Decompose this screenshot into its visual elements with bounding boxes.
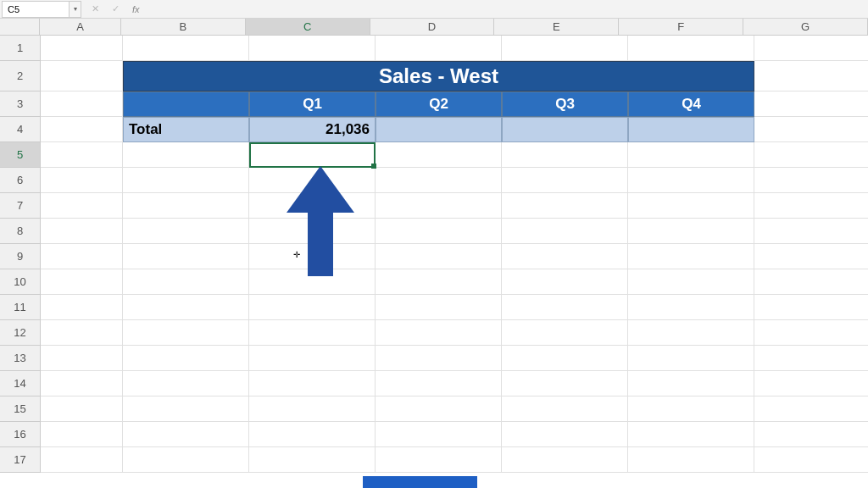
cell-A14[interactable] — [41, 371, 123, 396]
row-header-10[interactable]: 10 — [0, 269, 41, 295]
total-q3-value[interactable] — [502, 117, 628, 142]
col-header-D[interactable]: D — [370, 19, 495, 36]
cell-B8[interactable] — [123, 219, 249, 244]
cell-A9[interactable] — [41, 244, 123, 269]
cell-D17[interactable] — [376, 447, 502, 473]
cell-C7[interactable] — [249, 193, 376, 219]
cell-A1[interactable] — [41, 36, 123, 61]
cell-G4[interactable] — [754, 117, 868, 142]
cell-B5[interactable] — [123, 142, 249, 168]
cell-E9[interactable] — [502, 244, 628, 269]
total-label[interactable]: Total — [123, 117, 249, 142]
row-header-17[interactable]: 17 — [0, 447, 41, 473]
cell-G3[interactable] — [754, 92, 868, 117]
cell-A17[interactable] — [41, 447, 123, 473]
col-header-B[interactable]: B — [121, 19, 246, 36]
cell-E10[interactable] — [502, 269, 628, 295]
cell-C9[interactable] — [249, 244, 376, 269]
cell-F7[interactable] — [628, 193, 754, 219]
row-header-11[interactable]: 11 — [0, 295, 41, 320]
row-header-8[interactable]: 8 — [0, 219, 41, 244]
row-header-4[interactable]: 4 — [0, 117, 41, 142]
cell-G13[interactable] — [754, 346, 868, 371]
cell-G15[interactable] — [754, 396, 868, 422]
cell-F5[interactable] — [628, 142, 754, 168]
cell-F6[interactable] — [628, 168, 754, 193]
cell-E16[interactable] — [502, 422, 628, 447]
total-q4-value[interactable] — [628, 117, 754, 142]
cell-A4[interactable] — [41, 117, 123, 142]
cell-D5[interactable] — [376, 142, 502, 168]
cell-D9[interactable] — [376, 244, 502, 269]
cell-D11[interactable] — [376, 295, 502, 320]
cell-A11[interactable] — [41, 295, 123, 320]
cell-D16[interactable] — [376, 422, 502, 447]
row-header-2[interactable]: 2 — [0, 61, 41, 92]
cell-F11[interactable] — [628, 295, 754, 320]
col-header-A[interactable]: A — [40, 19, 121, 36]
cell-E17[interactable] — [502, 447, 628, 473]
cell-C11[interactable] — [249, 295, 376, 320]
cell-F1[interactable] — [628, 36, 754, 61]
col-header-C[interactable]: C — [246, 19, 370, 36]
cell-G7[interactable] — [754, 193, 868, 219]
cell-C8[interactable] — [249, 219, 376, 244]
cell-A16[interactable] — [41, 422, 123, 447]
cell-B17[interactable] — [123, 447, 249, 473]
cell-C1[interactable] — [249, 36, 376, 61]
cell-G12[interactable] — [754, 320, 868, 346]
cell-C6[interactable] — [249, 168, 376, 193]
cancel-formula-icon[interactable]: ✕ — [88, 3, 102, 14]
cell-G6[interactable] — [754, 168, 868, 193]
cell-B1[interactable] — [123, 36, 249, 61]
total-q2-value[interactable] — [376, 117, 502, 142]
cell-E1[interactable] — [502, 36, 628, 61]
enter-formula-icon[interactable]: ✓ — [108, 3, 122, 14]
cell-B7[interactable] — [123, 193, 249, 219]
col-header-G[interactable]: G — [743, 19, 868, 36]
row-header-15[interactable]: 15 — [0, 396, 41, 422]
cell-C15[interactable] — [249, 396, 376, 422]
q2-header[interactable]: Q2 — [376, 92, 502, 117]
cell-F17[interactable] — [628, 447, 754, 473]
cell-F16[interactable] — [628, 422, 754, 447]
cell-A10[interactable] — [41, 269, 123, 295]
cell-G8[interactable] — [754, 219, 868, 244]
row-header-3[interactable]: 3 — [0, 92, 41, 117]
cell-G5[interactable] — [754, 142, 868, 168]
cell-G14[interactable] — [754, 371, 868, 396]
cell-F9[interactable] — [628, 244, 754, 269]
cell-F10[interactable] — [628, 269, 754, 295]
q1-header[interactable]: Q1 — [249, 92, 376, 117]
cell-G10[interactable] — [754, 269, 868, 295]
cell-E15[interactable] — [502, 396, 628, 422]
fx-icon[interactable]: fx — [132, 4, 140, 14]
cell-D10[interactable] — [376, 269, 502, 295]
cell-B3[interactable] — [123, 92, 249, 117]
cell-G11[interactable] — [754, 295, 868, 320]
cell-G17[interactable] — [754, 447, 868, 473]
q4-header[interactable]: Q4 — [628, 92, 754, 117]
cell-E14[interactable] — [502, 371, 628, 396]
cell-E13[interactable] — [502, 346, 628, 371]
cell-C17[interactable] — [249, 447, 376, 473]
cell-B16[interactable] — [123, 422, 249, 447]
cell-G9[interactable] — [754, 244, 868, 269]
row-header-7[interactable]: 7 — [0, 193, 41, 219]
cell-C16[interactable] — [249, 422, 376, 447]
row-header-9[interactable]: 9 — [0, 244, 41, 269]
cell-D6[interactable] — [376, 168, 502, 193]
cell-F12[interactable] — [628, 320, 754, 346]
cell-A6[interactable] — [41, 168, 123, 193]
col-header-E[interactable]: E — [494, 19, 619, 36]
cell-F14[interactable] — [628, 371, 754, 396]
name-box[interactable]: C5 — [2, 1, 70, 18]
cell-C5[interactable] — [249, 142, 376, 168]
cell-D12[interactable] — [376, 320, 502, 346]
cell-D1[interactable] — [376, 36, 502, 61]
cell-E5[interactable] — [502, 142, 628, 168]
cell-A12[interactable] — [41, 320, 123, 346]
cell-B10[interactable] — [123, 269, 249, 295]
cell-C12[interactable] — [249, 320, 376, 346]
col-header-F[interactable]: F — [619, 19, 743, 36]
